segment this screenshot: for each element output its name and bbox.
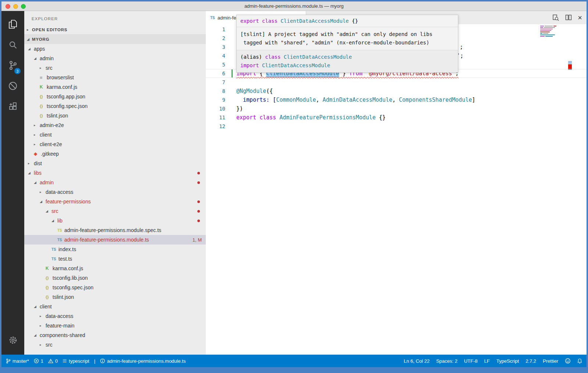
chevron-right-icon: ▸ bbox=[40, 324, 46, 327]
tree-file-tsconfig.app.json[interactable]: {}tsconfig.app.json bbox=[24, 92, 206, 101]
tree-folder-client-e2e[interactable]: ▸client-e2e bbox=[24, 140, 206, 149]
tree-folder-admin[interactable]: ◢admin bbox=[24, 178, 206, 187]
code-token: [ bbox=[269, 97, 276, 103]
chevron-down-icon: ◢ bbox=[34, 305, 40, 308]
tree-file-tsconfig.spec.json[interactable]: {}tsconfig.spec.json bbox=[24, 101, 206, 111]
tree-file-tslint.json[interactable]: {}tslint.json bbox=[24, 111, 206, 120]
hover-message-line: tagged with "shared", "admin" (nx-enforc… bbox=[240, 39, 454, 47]
tree-file-admin-feature-permissions.module.ts[interactable]: TSadmin-feature-permissions.module.ts1, … bbox=[24, 235, 206, 245]
tree-folder-src[interactable]: ▸src bbox=[24, 63, 206, 73]
branch-icon bbox=[6, 358, 11, 364]
error-count[interactable]: 1 bbox=[34, 358, 43, 364]
explorer-icon[interactable] bbox=[1, 14, 24, 35]
feedback[interactable] bbox=[565, 358, 571, 364]
tree-file-tslint.json[interactable]: {}tslint.json bbox=[24, 292, 206, 302]
language-mode[interactable]: TypeScript bbox=[496, 358, 519, 364]
prettier-status[interactable]: Prettier bbox=[543, 358, 558, 364]
editor-actions: × bbox=[552, 14, 582, 21]
hover-alias-line: import ClientDataAccessModule bbox=[240, 61, 454, 70]
tree-folder-lib[interactable]: ◢lib bbox=[24, 216, 206, 225]
warning-count[interactable]: 0 bbox=[48, 358, 58, 364]
git-modified-dot bbox=[197, 172, 200, 174]
line-number: 2 bbox=[206, 34, 225, 43]
line-number: 5 bbox=[206, 60, 225, 69]
tree-file-index.ts[interactable]: TSindex.ts bbox=[24, 245, 206, 254]
code-text: export class AdminFeaturePermissionsModu… bbox=[236, 113, 386, 122]
tree-folder-src[interactable]: ◢src bbox=[24, 206, 206, 216]
tree-item-label: karma.conf.js bbox=[47, 84, 77, 90]
karma-file-icon: K bbox=[46, 266, 53, 271]
tree-folder-feature-main[interactable]: ▸feature-main bbox=[24, 321, 206, 330]
chevron-down-icon: ◢ bbox=[51, 219, 57, 222]
eol[interactable]: LF bbox=[484, 358, 490, 364]
indentation[interactable]: Spaces: 2 bbox=[436, 358, 458, 364]
tree-folder-feature-permissions[interactable]: ◢feature-permissions bbox=[24, 197, 206, 206]
tree-folder-client[interactable]: ◢client bbox=[24, 302, 206, 311]
tree-file-browserslist[interactable]: ≡browserslist bbox=[24, 73, 206, 82]
explorer-sidebar: EXPLORER ▸ OPEN EDITORS ◢ MYORG ◢apps◢ad… bbox=[24, 11, 206, 355]
tree-folder-data-access[interactable]: ▸data-access bbox=[24, 187, 206, 197]
tree-file-admin-feature-permissions.module.spec.ts[interactable]: TSadmin-feature-permissions.module.spec.… bbox=[24, 225, 206, 235]
code-token: class bbox=[259, 114, 276, 121]
chevron-down-icon: ◢ bbox=[46, 209, 51, 213]
json-file-icon: {} bbox=[46, 276, 53, 280]
search-icon[interactable] bbox=[1, 35, 24, 55]
minimize-window-button[interactable] bbox=[13, 4, 18, 9]
code-line-12[interactable]: 12 bbox=[206, 122, 587, 131]
line-number: 6 bbox=[206, 69, 225, 77]
code-token bbox=[281, 54, 284, 60]
tree-folder-data-access[interactable]: ▸data-access bbox=[24, 311, 206, 321]
typescript-file-icon: TS bbox=[210, 16, 215, 20]
code-token: {} bbox=[376, 114, 386, 121]
code-token: export bbox=[240, 18, 259, 24]
code-line-8[interactable]: 8@NgModule({ bbox=[206, 87, 587, 95]
typescript-version[interactable]: 2.7.2 bbox=[526, 358, 536, 364]
tree-folder-dist[interactable]: ▸dist bbox=[24, 159, 206, 168]
tree-file-tsconfig.lib.json[interactable]: {}tsconfig.lib.json bbox=[24, 273, 206, 283]
status-label: UTF-8 bbox=[464, 358, 478, 364]
tree-file-.gitkeep[interactable]: ◈.gitkeep bbox=[24, 149, 206, 159]
line-number: 8 bbox=[206, 87, 225, 95]
extensions-icon[interactable] bbox=[1, 96, 24, 117]
tree-item-label: src bbox=[51, 208, 58, 214]
open-changes-icon[interactable] bbox=[552, 14, 559, 21]
tree-folder-components-shared[interactable]: ◢components-shared bbox=[24, 330, 206, 340]
tree-folder-src[interactable]: ▸src bbox=[24, 340, 206, 350]
encoding[interactable]: UTF-8 bbox=[464, 358, 478, 364]
tree-folder-admin[interactable]: ◢admin bbox=[24, 54, 206, 63]
cursor-position[interactable]: Ln 6, Col 22 bbox=[404, 358, 430, 364]
tree-folder-libs[interactable]: ◢libs bbox=[24, 168, 206, 178]
line-number: 3 bbox=[206, 43, 225, 51]
tree-folder-client[interactable]: ▸client bbox=[24, 130, 206, 140]
code-line-9[interactable]: 9 imports: [CommonModule, AdminDataAcces… bbox=[206, 95, 587, 104]
tree-item-label: tsconfig.app.json bbox=[47, 94, 85, 99]
split-editor-icon[interactable] bbox=[565, 14, 572, 21]
debug-icon[interactable] bbox=[1, 76, 24, 96]
close-editor-icon[interactable]: × bbox=[578, 14, 582, 21]
tree-file-karma.conf.js[interactable]: Kkarma.conf.js bbox=[24, 264, 206, 273]
open-editors-section[interactable]: ▸ OPEN EDITORS bbox=[24, 25, 206, 34]
hover-signature: export class ClientDataAccessModule {} bbox=[237, 15, 458, 27]
tree-file-test.ts[interactable]: TStest.ts bbox=[24, 254, 206, 264]
code-line-10[interactable]: 10}) bbox=[206, 104, 587, 113]
code-line-7[interactable]: 7 bbox=[206, 78, 587, 87]
workspace-root-section[interactable]: ◢ MYORG bbox=[24, 34, 206, 44]
code-line-11[interactable]: 11export class AdminFeaturePermissionsMo… bbox=[206, 113, 587, 122]
active-file-info[interactable]: admin-feature-permissions.module.ts bbox=[100, 358, 186, 364]
tree-file-karma.conf.js[interactable]: Kkarma.conf.js bbox=[24, 82, 206, 92]
zoom-window-button[interactable] bbox=[21, 4, 26, 9]
tree-item-label: libs bbox=[34, 170, 42, 176]
typescript-spec-file-icon: TS bbox=[57, 228, 64, 232]
tree-file-tsconfig.spec.json[interactable]: {}tsconfig.spec.json bbox=[24, 283, 206, 292]
warning-icon bbox=[48, 359, 53, 363]
tree-folder-apps[interactable]: ◢apps bbox=[24, 44, 206, 54]
settings-gear-icon[interactable] bbox=[1, 330, 24, 350]
notifications[interactable] bbox=[577, 358, 582, 364]
tree-item-label: client bbox=[40, 132, 52, 138]
close-window-button[interactable] bbox=[6, 4, 10, 9]
line-number: 4 bbox=[206, 51, 225, 60]
tslint-status[interactable]: typescript bbox=[62, 358, 89, 364]
source-control-icon[interactable]: 3 bbox=[1, 55, 24, 76]
git-branch-status[interactable]: master* bbox=[6, 358, 29, 364]
tree-folder-admin-e2e[interactable]: ▸admin-e2e bbox=[24, 120, 206, 130]
